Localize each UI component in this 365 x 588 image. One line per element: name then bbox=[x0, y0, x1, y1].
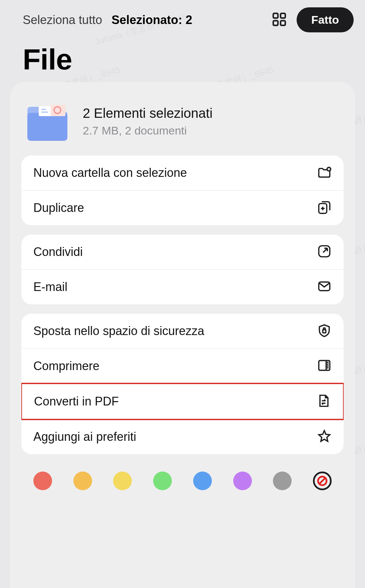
select-all-button[interactable]: Seleziona tutto bbox=[23, 13, 102, 27]
row-label: Aggiungi ai preferiti bbox=[33, 430, 136, 444]
tag-colors-row bbox=[21, 464, 344, 490]
action-group-1: Nuova cartella con selezione Duplicare bbox=[21, 156, 344, 225]
convert-pdf-highlight: Converti in PDF bbox=[21, 383, 344, 420]
row-label: Sposta nello spazio di sicurezza bbox=[33, 324, 204, 338]
svg-rect-3 bbox=[281, 21, 285, 25]
new-folder-with-selection-row[interactable]: Nuova cartella con selezione bbox=[21, 156, 344, 190]
star-icon bbox=[317, 429, 332, 445]
selection-summary: 2 Elementi selezionati 2.7 MB, 2 documen… bbox=[21, 100, 344, 156]
tag-none-icon[interactable] bbox=[313, 472, 332, 490]
tag-dot-yellow[interactable] bbox=[113, 472, 132, 490]
row-label: E-mail bbox=[33, 280, 67, 294]
summary-title: 2 Elementi selezionati bbox=[83, 106, 213, 121]
svg-line-25 bbox=[319, 478, 325, 484]
row-label: Comprimere bbox=[33, 359, 99, 373]
tag-dot-purple[interactable] bbox=[233, 472, 252, 490]
svg-rect-1 bbox=[281, 13, 285, 18]
svg-rect-2 bbox=[273, 21, 278, 25]
duplicate-icon bbox=[317, 200, 332, 216]
tag-dot-red[interactable] bbox=[33, 472, 52, 490]
duplicate-row[interactable]: Duplicare bbox=[21, 190, 344, 225]
compress-row[interactable]: Comprimere bbox=[21, 348, 344, 383]
mail-icon bbox=[317, 279, 332, 295]
summary-meta: 2.7 MB, 2 documenti bbox=[83, 124, 213, 137]
svg-rect-0 bbox=[273, 13, 278, 18]
share-row[interactable]: Condividi bbox=[21, 235, 344, 269]
tag-dot-orange[interactable] bbox=[73, 472, 92, 490]
tag-dot-gray[interactable] bbox=[273, 472, 292, 490]
email-row[interactable]: E-mail bbox=[21, 269, 344, 304]
row-label: Converti in PDF bbox=[34, 394, 119, 408]
convert-to-pdf-row[interactable]: Converti in PDF bbox=[22, 384, 343, 419]
page-title: File bbox=[0, 32, 365, 86]
tag-dot-blue[interactable] bbox=[193, 472, 212, 490]
row-label: Condividi bbox=[33, 245, 83, 259]
move-to-safe-row[interactable]: Sposta nello spazio di sicurezza bbox=[21, 314, 344, 348]
row-label: Nuova cartella con selezione bbox=[33, 166, 187, 180]
add-to-favorites-row[interactable]: Aggiungi ai preferiti bbox=[21, 419, 344, 454]
archive-icon bbox=[317, 358, 332, 374]
row-label: Duplicare bbox=[33, 201, 84, 215]
selection-count: Selezionato: 2 bbox=[111, 13, 262, 27]
topbar: Seleziona tutto Selezionato: 2 Fatto bbox=[0, 0, 365, 32]
action-group-2: Condividi E-mail bbox=[21, 235, 344, 304]
tag-dot-green[interactable] bbox=[153, 472, 172, 490]
svg-rect-17 bbox=[323, 330, 326, 333]
convert-icon bbox=[316, 393, 331, 409]
shield-lock-icon bbox=[317, 323, 332, 339]
folder-plus-icon bbox=[317, 165, 332, 181]
action-sheet: 2 Elementi selezionati 2.7 MB, 2 documen… bbox=[10, 82, 355, 588]
done-button[interactable]: Fatto bbox=[297, 7, 354, 32]
folder-icon bbox=[24, 100, 71, 143]
grid-view-icon[interactable] bbox=[271, 11, 287, 29]
summary-text: 2 Elementi selezionati 2.7 MB, 2 documen… bbox=[83, 106, 213, 137]
share-icon bbox=[317, 244, 332, 260]
action-group-3: Sposta nello spazio di sicurezza Comprim… bbox=[21, 314, 344, 454]
